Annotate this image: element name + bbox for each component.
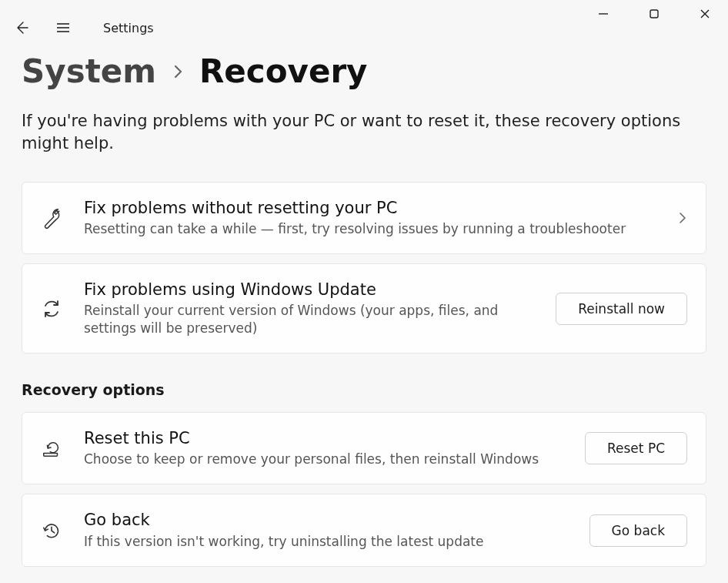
go-back-button[interactable]: Go back [589,514,687,547]
troubleshoot-title: Fix problems without resetting your PC [84,198,656,219]
history-icon [41,519,62,542]
refresh-icon [41,298,62,320]
go-back-card: Go back If this version isn't working, t… [22,494,706,566]
chevron-right-icon [678,212,687,224]
go-back-title: Go back [84,510,568,531]
reinstall-now-button[interactable]: Reinstall now [556,293,687,325]
app-title: Settings [103,21,154,35]
reset-pc-card: Reset this PC Choose to keep or remove y… [22,412,706,484]
troubleshoot-card[interactable]: Fix problems without resetting your PC R… [22,182,706,254]
winupdate-title: Fix problems using Windows Update [84,280,534,300]
reset-pc-button[interactable]: Reset PC [585,432,687,464]
svg-rect-1 [650,10,658,18]
chevron-right-icon [172,65,184,79]
page-title: Recovery [199,52,368,90]
reset-pc-title: Reset this PC [84,428,563,449]
maximize-button[interactable] [646,6,662,22]
breadcrumb: System Recovery [22,52,706,90]
reset-pc-desc: Choose to keep or remove your personal f… [84,451,563,468]
recovery-options-heading: Recovery options [22,381,706,398]
back-button[interactable] [14,20,29,35]
wrench-icon [41,206,62,230]
close-button[interactable] [697,6,713,22]
nav-menu-button[interactable] [55,20,71,35]
windows-update-card: Fix problems using Windows Update Reinst… [22,263,706,353]
winupdate-desc: Reinstall your current version of Window… [84,302,534,337]
minimize-button[interactable] [596,6,611,22]
breadcrumb-parent[interactable]: System [22,52,156,90]
go-back-desc: If this version isn't working, try unins… [84,533,568,551]
troubleshoot-desc: Resetting can take a while — first, try … [84,220,656,238]
intro-text: If you're having problems with your PC o… [22,110,706,156]
reset-pc-icon [41,437,62,460]
